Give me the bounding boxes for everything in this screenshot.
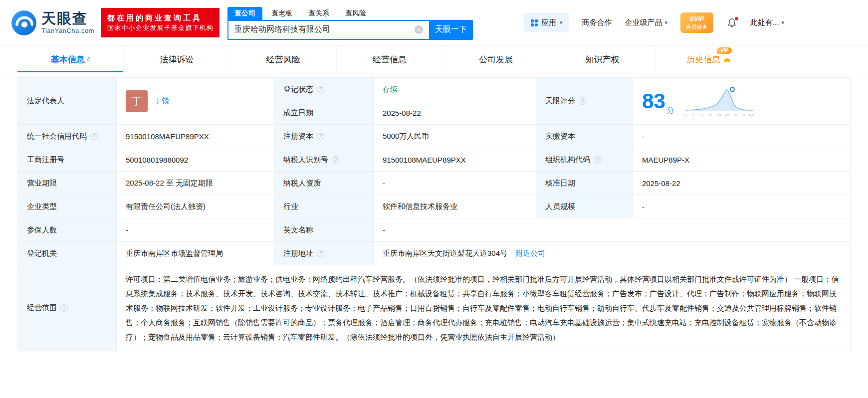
svg-text:1: 1 <box>692 112 694 117</box>
tab-operation-info[interactable]: 经营信息 <box>337 47 443 72</box>
field-value-reg-authority: 重庆市南岸区市场监督管理局 <box>117 242 274 265</box>
user-menu-label: 此处有... <box>750 18 779 27</box>
svg-text:85: 85 <box>725 112 729 117</box>
field-label-score: 天眼评分? <box>536 78 633 125</box>
value-text: - <box>383 226 385 234</box>
header-right: 应用 ▾ 商务合作 企业级产品 ▾ SVIP 会员服务 此处有... ▾ <box>524 12 784 33</box>
tab-basic-info[interactable]: 基本信息4 <box>17 47 124 72</box>
value-text: 2025-08-22 至 无固定期限 <box>126 179 213 187</box>
svg-text:99: 99 <box>742 112 746 117</box>
help-icon[interactable]: ? <box>332 156 339 164</box>
tab-company-development[interactable]: 公司发展 <box>443 47 549 72</box>
score-number: 83 <box>642 91 665 112</box>
legal-rep-link[interactable]: 丁锐 <box>154 96 169 106</box>
apps-label: 应用 <box>541 18 556 27</box>
help-icon[interactable]: ? <box>594 156 601 164</box>
value-text: 2025-08-22 <box>383 109 421 117</box>
field-value-approval-date: 2025-08-22 <box>633 172 851 195</box>
value-text: 5000万人民币 <box>383 132 429 140</box>
value-text: 重庆市南岸区天文街道梨花大道304号 <box>383 249 507 257</box>
avatar[interactable]: 丁 <box>126 90 148 112</box>
slogan-badge: 都在用的商业查询工具 国家中小企业发展子基金旗下机构 <box>101 8 219 37</box>
field-value-industry: 软件和信息技术服务业 <box>374 195 536 218</box>
search-button[interactable]: 天眼一下 <box>429 20 473 40</box>
field-value-business-term: 2025-08-22 至 无固定期限 <box>117 172 274 195</box>
field-label-reg-status: 登记状态? <box>274 78 374 101</box>
help-icon[interactable]: ? <box>317 250 324 257</box>
apps-menu[interactable]: 应用 ▾ <box>524 13 569 32</box>
logo-text: 天眼查 TianYanCha.com <box>41 11 94 34</box>
search-tab-boss[interactable]: 查老板 <box>264 7 299 20</box>
search-tab-risk[interactable]: 查风险 <box>338 7 373 20</box>
label-text: 成立日期 <box>283 108 313 118</box>
label-text: 实缴资本 <box>545 132 575 141</box>
tab-legal-litigation[interactable]: 法律诉讼 <box>124 47 230 72</box>
nearby-companies-link[interactable]: 附近公司 <box>515 249 545 257</box>
search-box: × <box>227 20 429 40</box>
tab-history-info[interactable]: VIP 历史信息 <box>656 47 762 72</box>
field-label-legal-rep: 法定代表人 <box>18 78 117 125</box>
slogan-line2: 国家中小企业发展子基金旗下机构 <box>107 23 214 33</box>
score-distribution-chart: 0 1 3 15 50 85 97 99 100 <box>682 85 755 118</box>
svg-text:97: 97 <box>734 112 738 117</box>
value-text: 软件和信息技术服务业 <box>383 202 457 210</box>
field-label-taxpayer-quality: 纳税人资质 <box>274 172 374 195</box>
field-label-industry: 行业 <box>274 195 374 218</box>
help-icon[interactable]: ? <box>60 304 68 312</box>
menu-business-cooperation[interactable]: 商务合作 <box>582 18 612 27</box>
label-text: 登记机关 <box>27 249 57 258</box>
field-value-reg-status: 存续 <box>374 78 536 101</box>
field-label-staff-size: 人员规模 <box>536 195 633 218</box>
field-value-taxpayer-id: 91500108MAEUP89PXX <box>374 148 536 172</box>
svg-text:15: 15 <box>708 112 712 117</box>
value-text: - <box>383 179 385 188</box>
field-label-approval-date: 核准日期 <box>536 172 633 195</box>
tianyan-score: 83 分 0 1 3 15 50 85 97 <box>642 85 841 118</box>
clear-icon[interactable]: × <box>415 25 423 34</box>
label-text: 登记状态 <box>283 85 313 94</box>
field-value-org-code: MAEUP89P-X <box>633 148 851 172</box>
help-icon[interactable]: ? <box>317 133 324 140</box>
svip-membership-button[interactable]: SVIP 会员服务 <box>680 12 713 33</box>
field-value-staff-size: - <box>633 195 851 218</box>
label-text: 天眼评分 <box>545 96 575 106</box>
field-value-reg-capital: 5000万人民币 <box>374 125 536 148</box>
tab-count-badge: 4 <box>87 56 90 63</box>
value-text: - <box>126 226 128 234</box>
field-value-legal-rep: 丁 丁锐 <box>117 78 274 125</box>
help-icon[interactable]: ? <box>317 86 324 93</box>
label-text: 人员规模 <box>545 202 575 211</box>
tab-operation-risk[interactable]: 经营风险 <box>230 47 337 72</box>
brand-domain: TianYanCha.com <box>41 27 94 34</box>
label-text: 组织机构代码 <box>545 155 590 165</box>
chevron-down-icon: ▾ <box>560 19 563 26</box>
label-text: 企业类型 <box>27 202 57 211</box>
help-icon[interactable]: ? <box>579 97 586 105</box>
search-input[interactable] <box>228 25 415 34</box>
label-text: 纳税人识别号 <box>283 155 328 165</box>
field-label-establish-date: 成立日期 <box>274 101 374 125</box>
status-badge: 存续 <box>383 85 398 93</box>
menu-enterprise-products[interactable]: 企业级产品 ▾ <box>625 18 667 27</box>
field-value-score: 83 分 0 1 3 15 50 85 97 <box>633 78 851 125</box>
tab-intellectual-property[interactable]: 知识产权 <box>549 47 655 72</box>
user-menu[interactable]: 此处有... ▾ <box>750 18 784 27</box>
search-row: × 天眼一下 <box>227 20 473 40</box>
notification-bell-icon[interactable] <box>726 17 737 28</box>
field-value-establish-date: 2025-08-22 <box>374 101 536 125</box>
search-tab-relation[interactable]: 查关系 <box>301 7 336 20</box>
tab-label: 法律诉讼 <box>160 54 194 65</box>
field-label-insured-count: 参保人数 <box>18 218 117 242</box>
svg-text:50: 50 <box>717 112 721 117</box>
vip-badge: VIP <box>717 47 732 54</box>
help-icon[interactable]: ? <box>90 133 98 140</box>
section-tabs: 基本信息4 法律诉讼 经营风险 经营信息 公司发展 知识产权 VIP 历史信息 <box>17 47 762 72</box>
value-text: 91500108MAEUP89PXX <box>383 156 466 164</box>
logo[interactable]: 天眼查 TianYanCha.com <box>11 10 94 36</box>
chevron-down-icon: ▾ <box>781 19 784 26</box>
crown-icon <box>723 56 731 63</box>
enterprise-products-label: 企业级产品 <box>625 18 662 27</box>
field-value-credit-code: 91500108MAEUP89PXX <box>117 125 274 148</box>
label-text: 注册资本 <box>283 132 313 141</box>
search-tab-company[interactable]: 查公司 <box>227 7 262 20</box>
